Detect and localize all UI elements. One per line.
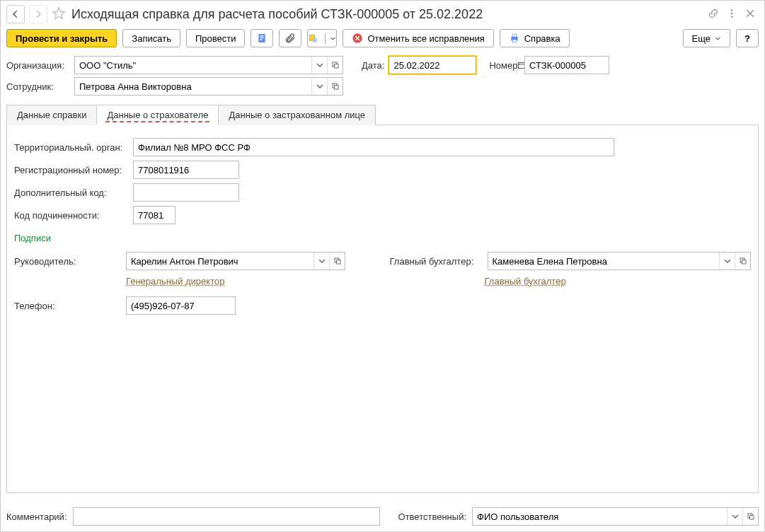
chevron-down-icon[interactable] bbox=[314, 253, 329, 270]
accountant-label: Главный бухгалтер: bbox=[390, 256, 482, 267]
number-label: Номер: bbox=[489, 60, 520, 71]
svg-rect-12 bbox=[512, 40, 516, 42]
chevron-down-icon bbox=[715, 33, 721, 44]
chevron-down-icon[interactable] bbox=[311, 57, 327, 74]
document-actions-button[interactable] bbox=[251, 29, 273, 47]
open-external-icon[interactable] bbox=[742, 508, 758, 525]
post-and-close-button[interactable]: Провести и закрыть bbox=[6, 29, 117, 47]
help-button[interactable]: ? bbox=[736, 29, 759, 47]
accountant-input[interactable] bbox=[488, 253, 720, 270]
addcode-input[interactable] bbox=[133, 183, 239, 202]
svg-rect-11 bbox=[512, 34, 516, 37]
tab-insured[interactable]: Данные о застрахованном лице bbox=[218, 105, 376, 125]
regnum-input[interactable] bbox=[133, 161, 239, 179]
cancel-corrections-label: Отменить все исправления bbox=[367, 33, 484, 44]
accountant-position-link[interactable]: Главный бухгалтер bbox=[485, 276, 752, 287]
director-label: Руководитель: bbox=[14, 256, 120, 267]
svg-rect-5 bbox=[260, 37, 264, 38]
svg-point-1 bbox=[731, 12, 732, 13]
director-position-link[interactable]: Генеральный директор bbox=[126, 276, 376, 287]
related-docs-button[interactable] bbox=[307, 29, 337, 47]
svg-point-0 bbox=[731, 9, 732, 11]
signatures-section-title: Подписи bbox=[14, 233, 751, 243]
addcode-label: Дополнительный код: bbox=[14, 187, 127, 198]
print-reference-label: Справка bbox=[524, 33, 560, 44]
more-button[interactable]: Еще bbox=[683, 29, 730, 47]
chevron-down-icon[interactable] bbox=[311, 78, 327, 95]
window-title: Исходящая справка для расчета пособий СТ… bbox=[71, 7, 703, 22]
chevron-down-icon[interactable] bbox=[719, 253, 735, 270]
regnum-label: Регистрационный номер: bbox=[14, 165, 127, 175]
employee-field[interactable] bbox=[74, 77, 343, 96]
accountant-field[interactable] bbox=[488, 252, 752, 270]
director-input[interactable] bbox=[127, 253, 314, 270]
organization-label: Организация: bbox=[6, 60, 70, 71]
date-label: Дата: bbox=[362, 60, 384, 71]
save-button[interactable]: Записать bbox=[122, 29, 180, 47]
tab-insurer[interactable]: Данные о страхователе bbox=[96, 105, 219, 125]
tab-data[interactable]: Данные справки bbox=[6, 105, 97, 125]
open-external-icon[interactable] bbox=[327, 57, 343, 74]
post-button[interactable]: Провести bbox=[186, 29, 246, 47]
phone-label: Телефон: bbox=[14, 301, 120, 311]
link-icon[interactable] bbox=[708, 8, 719, 21]
svg-point-2 bbox=[731, 16, 732, 17]
number-field[interactable] bbox=[524, 56, 609, 74]
close-icon[interactable] bbox=[744, 8, 756, 21]
tab-data-label: Данные справки bbox=[17, 110, 86, 120]
responsible-label: Ответственный: bbox=[398, 511, 466, 522]
date-field[interactable] bbox=[389, 56, 476, 74]
comment-field[interactable] bbox=[73, 507, 380, 526]
territorial-label: Территориальный. орган: bbox=[14, 142, 127, 153]
attachments-button[interactable] bbox=[279, 29, 301, 47]
employee-label: Сотрудник: bbox=[6, 81, 70, 92]
more-label: Еще bbox=[692, 33, 711, 44]
subcode-label: Код подчиненности: bbox=[14, 210, 127, 221]
open-external-icon[interactable] bbox=[735, 253, 750, 270]
responsible-input[interactable] bbox=[473, 508, 727, 525]
chevron-down-icon[interactable] bbox=[325, 33, 336, 44]
responsible-field[interactable] bbox=[472, 507, 759, 526]
tab-panel-insurer: Территориальный. орган: Регистрационный … bbox=[6, 125, 759, 493]
comment-input[interactable] bbox=[74, 508, 379, 525]
kebab-menu-icon[interactable] bbox=[726, 8, 737, 21]
territorial-input[interactable] bbox=[133, 138, 614, 156]
svg-rect-4 bbox=[260, 35, 264, 36]
subcode-input[interactable] bbox=[133, 206, 176, 224]
favorite-star-icon[interactable] bbox=[52, 6, 66, 23]
nav-back-button[interactable] bbox=[6, 5, 25, 23]
comment-label: Комментарий: bbox=[6, 511, 67, 522]
organization-field[interactable] bbox=[74, 56, 343, 74]
number-input[interactable] bbox=[525, 57, 652, 74]
nav-forward-button[interactable] bbox=[29, 5, 47, 23]
phone-input[interactable] bbox=[126, 296, 236, 315]
open-external-icon[interactable] bbox=[327, 78, 343, 95]
employee-input[interactable] bbox=[75, 78, 311, 95]
cancel-corrections-button[interactable]: Отменить все исправления bbox=[343, 29, 493, 47]
print-reference-button[interactable]: Справка bbox=[500, 29, 570, 47]
open-external-icon[interactable] bbox=[329, 253, 345, 270]
tab-insurer-label: Данные о страхователе bbox=[107, 110, 208, 120]
director-field[interactable] bbox=[126, 252, 345, 270]
organization-input[interactable] bbox=[75, 57, 311, 74]
tab-insured-label: Данные о застрахованном лице bbox=[229, 110, 365, 120]
chevron-down-icon[interactable] bbox=[727, 508, 742, 525]
svg-rect-6 bbox=[260, 39, 263, 40]
